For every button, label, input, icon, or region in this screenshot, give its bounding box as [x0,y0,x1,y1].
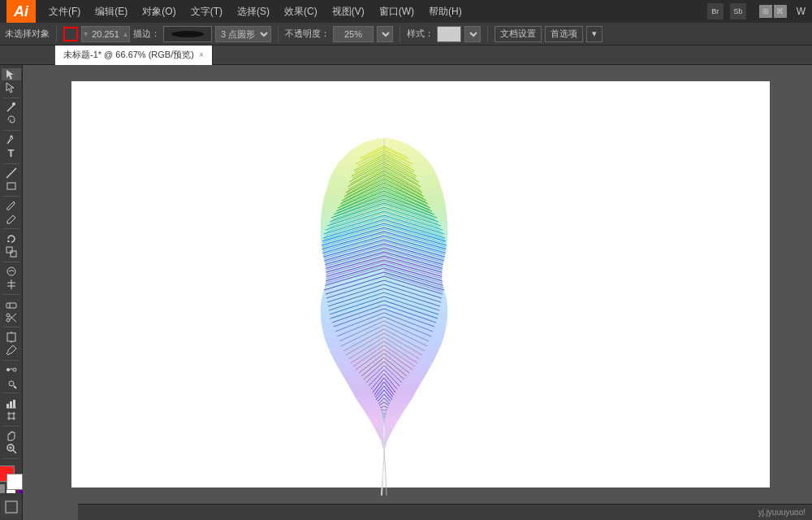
doc-settings-button[interactable]: 文档设置 [495,26,542,42]
width-tool[interactable] [2,279,21,291]
svg-rect-6 [7,183,15,189]
type-icon: T [8,147,15,159]
svg-marker-7 [7,240,10,242]
preferences-button[interactable]: 首选项 [545,26,583,42]
stroke-label: 描边： [133,28,160,40]
magic-wand-tool[interactable] [2,101,21,113]
opacity-input[interactable] [333,26,374,42]
svg-rect-9 [11,251,16,257]
svg-rect-27 [6,404,9,408]
direct-select-tool[interactable] [2,81,21,93]
tool-separator-8 [3,327,19,327]
more-options-button[interactable]: ▾ [586,26,603,42]
pencil-tool[interactable] [2,213,21,225]
scale-tool[interactable] [2,245,21,258]
svg-line-36 [13,450,16,453]
stroke-color-swatch[interactable] [63,27,78,41]
tool-separator-5 [3,228,19,229]
svg-line-26 [14,386,16,388]
type-tool[interactable]: T [2,147,21,159]
warp-tool[interactable] [2,265,21,277]
svg-point-24 [13,368,16,371]
symbol-spray-tool[interactable] [2,377,21,389]
status-bar: yj.jyuuuyuoo! [78,504,812,520]
tool-separator-1 [3,98,19,98]
svg-rect-14 [6,303,16,308]
hand-tool[interactable] [2,429,21,441]
column-graph-tool[interactable] [2,396,21,409]
opacity-dropdown[interactable]: ▾ [377,26,393,42]
zoom-tool[interactable] [2,443,21,455]
lasso-tool[interactable] [2,115,21,127]
line-tool[interactable] [2,167,21,179]
menu-help[interactable]: 帮助(H) [422,3,469,20]
style-dropdown[interactable]: ▾ [464,26,481,42]
menu-select[interactable]: 选择(S) [231,3,276,20]
stroke-weight-input[interactable] [89,26,122,42]
tool-separator-12 [3,458,19,459]
artboard-tool[interactable] [2,331,21,343]
pen-tool[interactable] [2,134,21,146]
feather-illustration [291,130,477,504]
stock-icon[interactable]: Sb [730,3,746,20]
tab-close-button[interactable]: × [199,50,204,59]
brush-select[interactable]: 3 点圆形 [215,26,271,42]
tab-bar: 未标题-1* @ 66.67% (RGB/预览) × [0,46,812,65]
svg-marker-0 [6,70,14,80]
menu-object[interactable]: 对象(O) [136,3,182,20]
menu-edit[interactable]: 编辑(E) [89,3,134,20]
selection-tool[interactable] [2,68,21,80]
eraser-tool[interactable] [2,298,21,310]
opacity-label: 不透明度： [285,28,330,40]
eyedropper-tool[interactable] [2,344,21,357]
tool-separator-10 [3,392,19,393]
tool-separator-11 [3,426,19,427]
svg-point-10 [7,267,15,275]
svg-point-25 [9,381,14,386]
menu-file[interactable]: 文件(F) [42,3,87,20]
scissors-tool[interactable] [2,311,21,323]
bridge-icon[interactable]: Br [707,3,723,20]
svg-point-23 [6,368,10,371]
tab-label: 未标题-1* @ 66.67% (RGB/预览) [63,49,194,61]
svg-point-16 [6,314,10,317]
svg-rect-39 [6,501,17,513]
workspace-icon[interactable]: ⌘ [774,5,787,18]
menu-bar: 文件(F) 编辑(E) 对象(O) 文字(T) 选择(S) 效果(C) 视图(V… [42,3,707,20]
svg-line-5 [6,168,16,178]
separator-2 [278,26,279,42]
menu-window[interactable]: 窗口(W) [373,3,421,20]
svg-point-3 [12,102,15,106]
none-color-icon[interactable] [0,484,5,493]
svg-point-4 [10,136,12,138]
menu-effect[interactable]: 效果(C) [278,3,324,20]
svg-rect-8 [6,247,12,253]
main-layout: T [0,65,812,520]
tool-separator-3 [3,163,19,164]
stroke-weight-down[interactable]: ▾ [82,29,89,38]
separator-1 [56,26,57,42]
art-canvas[interactable] [71,81,770,488]
style-label: 样式： [407,28,434,40]
blend-tool[interactable] [2,364,21,376]
tool-separator-7 [3,294,19,295]
brush-preview[interactable] [163,26,212,42]
rotate-tool[interactable] [2,232,21,245]
document-tab[interactable]: 未标题-1* @ 66.67% (RGB/预览) × [55,46,213,65]
stroke-weight-up[interactable]: ▴ [122,29,129,38]
view-mode-icon[interactable] [2,497,21,517]
svg-point-17 [6,318,10,322]
separator-4 [487,26,488,42]
canvas-area: yj.jyuuuyuoo! [23,65,812,520]
rect-tool[interactable] [2,180,21,193]
no-selection-label: 未选择对象 [5,28,50,40]
grid-view-icon[interactable]: ⊞ [759,5,772,18]
svg-rect-20 [7,333,15,341]
mesh-tool[interactable] [2,410,21,422]
menu-view[interactable]: 视图(V) [326,3,371,20]
svg-line-2 [7,105,14,111]
background-color[interactable] [6,474,23,490]
menu-type[interactable]: 文字(T) [184,3,229,20]
paintbrush-tool[interactable] [2,200,21,212]
style-swatch[interactable] [437,26,461,42]
